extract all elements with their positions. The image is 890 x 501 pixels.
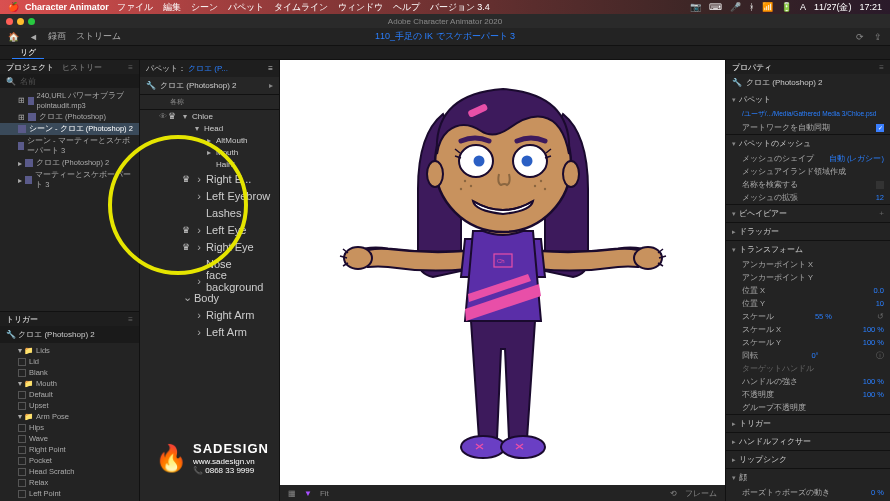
trigger-item[interactable]: Left Point — [0, 488, 139, 499]
minimize-icon[interactable] — [17, 18, 24, 25]
prop-section-face[interactable]: ▾顔 — [726, 469, 890, 486]
bluetooth-icon[interactable]: ᚼ — [749, 2, 754, 12]
prop-value[interactable]: 100 % — [863, 377, 884, 386]
project-item[interactable]: シーン - マーティーとスケボーパート 3 — [0, 135, 139, 157]
app-name[interactable]: Character Animator — [25, 2, 109, 12]
zoom-label[interactable]: Fit — [320, 489, 329, 498]
project-item[interactable]: シーン - クロエ (Photoshop) 2 — [0, 123, 139, 135]
prop-value[interactable]: 100 % — [863, 325, 884, 334]
info-icon[interactable]: ⓘ — [876, 351, 884, 361]
checkbox[interactable]: ✓ — [876, 124, 884, 132]
layer-row[interactable]: ♛›Left Eye — [140, 221, 279, 238]
layer-row[interactable]: 👁♛▾Chloe — [140, 110, 279, 122]
mac-menubar[interactable]: 🍎 Character Animator ファイル 編集 シーン パペット タイ… — [0, 0, 890, 14]
trigger-item[interactable]: Lid — [0, 356, 139, 367]
menubar-date[interactable]: 11/27(金) — [814, 1, 852, 14]
trigger-item[interactable]: Upset — [0, 400, 139, 411]
layer-row[interactable]: ♛›Right E... — [140, 170, 279, 187]
layer-row[interactable]: Hair5 — [140, 158, 279, 170]
menu-scene[interactable]: シーン — [191, 1, 218, 14]
prop-value[interactable]: 0.0 — [874, 286, 884, 295]
tab-trigger[interactable]: トリガー — [6, 314, 38, 325]
trigger-group[interactable]: ▾ 📁 Arm Pose — [0, 411, 139, 422]
home-icon[interactable]: 🏠 — [8, 32, 19, 42]
tab-properties[interactable]: プロパティ — [732, 62, 772, 73]
project-item[interactable]: ⊞クロエ (Photoshop) — [0, 111, 139, 123]
prop-section-dragger[interactable]: ▸ドラッガー — [726, 223, 890, 240]
add-icon[interactable]: + — [879, 209, 884, 218]
layer-row[interactable]: ♛›Right Eye — [140, 238, 279, 255]
sync-icon[interactable]: ⟳ — [856, 32, 864, 42]
prop-section-lipsync[interactable]: ▸リップシンク — [726, 451, 890, 468]
layer-row[interactable]: ›Right Arm — [140, 306, 279, 323]
project-item[interactable]: ⊞240,URL パワーオブラブ pointaudit.mp3 — [0, 90, 139, 111]
back-button[interactable]: ◄ — [29, 32, 38, 42]
layer-row[interactable]: ▸Mouth — [140, 146, 279, 158]
layer-row[interactable]: ›face background — [140, 272, 279, 289]
keyboard-icon[interactable]: ⌨ — [709, 2, 722, 12]
menu-version[interactable]: バージョン 3.4 — [430, 1, 490, 14]
tab-stream[interactable]: ストリーム — [76, 30, 121, 43]
trigger-item[interactable]: Pocket — [0, 455, 139, 466]
project-item[interactable]: ▸クロエ (Photoshop) 2 — [0, 157, 139, 169]
battery-icon[interactable]: 🔋 — [781, 2, 792, 12]
window-titlebar[interactable]: Adobe Character Animator 2020 — [0, 14, 890, 28]
menu-timeline[interactable]: タイムライン — [274, 1, 328, 14]
prop-value[interactable]: 0 % — [871, 488, 884, 497]
panel-menu-icon[interactable]: ≡ — [128, 63, 133, 72]
tab-record[interactable]: 録画 — [48, 30, 66, 43]
prop-value[interactable]: 12 — [876, 193, 884, 202]
project-item[interactable]: ▸マーティーとスケボーパート 3 — [0, 169, 139, 191]
panel-menu-icon[interactable]: ≡ — [128, 315, 133, 324]
trigger-item[interactable]: Head Scratch — [0, 466, 139, 477]
prop-dropdown[interactable]: 自動 (レガシー) — [829, 154, 884, 164]
trigger-item[interactable]: Default — [0, 389, 139, 400]
input-icon[interactable]: A — [800, 2, 806, 12]
panel-menu-icon[interactable]: ≡ — [879, 63, 884, 72]
prop-section-trigger[interactable]: ▸トリガー — [726, 415, 890, 432]
layer-row[interactable]: ›Left Arm — [140, 323, 279, 340]
panel-menu-icon[interactable]: ≡ — [268, 64, 273, 73]
viewport-control[interactable]: ▼ — [304, 489, 312, 498]
prop-section-mesh[interactable]: ▾パペットのメッシュ — [726, 135, 890, 152]
menubar-time[interactable]: 17:21 — [859, 2, 882, 12]
menu-file[interactable]: ファイル — [117, 1, 153, 14]
layer-row[interactable]: ›Left Eyebrow — [140, 187, 279, 204]
trigger-item[interactable]: Hips — [0, 422, 139, 433]
prop-value[interactable]: 55 % — [815, 312, 832, 321]
prop-value[interactable]: 10 — [876, 299, 884, 308]
trigger-group[interactable]: ▾ 📁 Lids — [0, 345, 139, 356]
layer-panel-link[interactable]: クロエ (P... — [188, 63, 228, 74]
trigger-group[interactable]: ▾ 📁 Mouth — [0, 378, 139, 389]
prop-section-puppet[interactable]: ▾パペット — [726, 91, 890, 108]
layer-row[interactable]: ▸AltMouth — [140, 134, 279, 146]
prop-value[interactable]: 100 % — [863, 390, 884, 399]
tab-history[interactable]: ヒストリー — [62, 62, 102, 73]
trigger-item[interactable]: Relax — [0, 477, 139, 488]
maximize-icon[interactable] — [28, 18, 35, 25]
canvas[interactable]: Ch — [280, 60, 725, 485]
checkbox[interactable] — [876, 181, 884, 189]
menu-help[interactable]: ヘルプ — [393, 1, 420, 14]
layer-row[interactable]: ▾Head — [140, 122, 279, 134]
tab-project[interactable]: プロジェクト — [6, 62, 54, 73]
close-icon[interactable] — [6, 18, 13, 25]
mesh-icon[interactable]: ▦ — [288, 489, 296, 498]
search-input[interactable]: 名前 — [20, 76, 36, 87]
apple-icon[interactable]: 🍎 — [8, 2, 19, 12]
wifi-icon[interactable]: 📶 — [762, 2, 773, 12]
trigger-item[interactable]: Blank — [0, 367, 139, 378]
prop-section-transform[interactable]: ▾トランスフォーム — [726, 241, 890, 258]
prop-value[interactable]: 100 % — [863, 338, 884, 347]
menu-window[interactable]: ウィンドウ — [338, 1, 383, 14]
prop-section-behavior[interactable]: ▾ビヘイビアー+ — [726, 205, 890, 222]
eye-icon[interactable]: 👁 — [158, 112, 168, 121]
trigger-item[interactable]: Right Point — [0, 444, 139, 455]
prop-file-link[interactable]: /ユーザ/.../Media/Gathered Media 3/Chloe.ps… — [742, 110, 876, 119]
layer-row[interactable]: ⌄Body — [140, 289, 279, 306]
reset-icon[interactable]: ↺ — [877, 312, 884, 321]
prop-value[interactable]: 0° — [811, 351, 818, 360]
share-icon[interactable]: ⇪ — [874, 32, 882, 42]
layer-row[interactable]: Lashes — [140, 204, 279, 221]
camera-icon[interactable]: 📷 — [690, 2, 701, 12]
